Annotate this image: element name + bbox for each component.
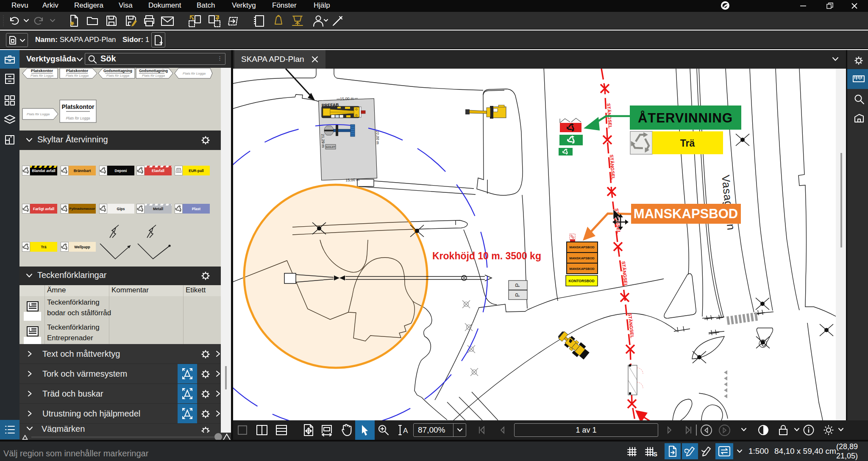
svg-text:MANSKAPSBOD: MANSKAPSBOD [634, 206, 738, 221]
svg-text:A: A [403, 427, 408, 435]
svg-text:P: P [514, 293, 521, 297]
svg-text:S: S [653, 450, 657, 458]
svg-text:Plats för Logga: Plats för Logga [66, 116, 90, 120]
svg-text:Plats för Logga: Plats för Logga [183, 72, 206, 75]
svg-text:MANSKAPSBOD: MANSKAPSBOD [569, 245, 595, 249]
svg-text:Plats för Logga: Plats för Logga [31, 74, 53, 78]
svg-text:Platskontor: Platskontor [66, 68, 89, 73]
svg-text:15,00 m: 15,00 m [345, 178, 359, 182]
svg-text:Plats för Logga: Plats för Logga [27, 112, 50, 116]
svg-text:21,29 m: 21,29 m [320, 134, 325, 148]
svg-text:Platskontor: Platskontor [61, 103, 95, 110]
svg-text:15,00 m: 15,00 m [340, 96, 354, 101]
svg-text:KONTORSBOD: KONTORSBOD [568, 279, 594, 283]
svg-text:Plats för Logga: Plats för Logga [106, 74, 129, 78]
svg-text:Godsmottagning: Godsmottagning [103, 69, 132, 73]
svg-text:Plats för Logga: Plats för Logga [66, 74, 89, 78]
svg-text:Platskontor: Platskontor [31, 68, 53, 73]
svg-text:Trä: Trä [680, 138, 695, 149]
svg-text:22,00 m: 22,00 m [375, 131, 380, 144]
svg-text:Plats för Logga: Plats för Logga [142, 74, 165, 78]
svg-text:MANSKAPSBOD: MANSKAPSBOD [569, 256, 595, 260]
svg-text:STÄNGSEL: STÄNGSEL [621, 261, 629, 287]
svg-text:ÅTERVINNING: ÅTERVINNING [638, 111, 733, 125]
svg-text:Krokhöjd 10 m. 3500 kg: Krokhöjd 10 m. 3500 kg [432, 250, 541, 261]
svg-text:MANSKAPSBOD: MANSKAPSBOD [569, 267, 595, 271]
svg-text:SAXLIFT: SAXLIFT [326, 146, 336, 148]
svg-text:P: P [514, 283, 521, 287]
svg-text:Godsmottagning: Godsmottagning [139, 69, 168, 73]
